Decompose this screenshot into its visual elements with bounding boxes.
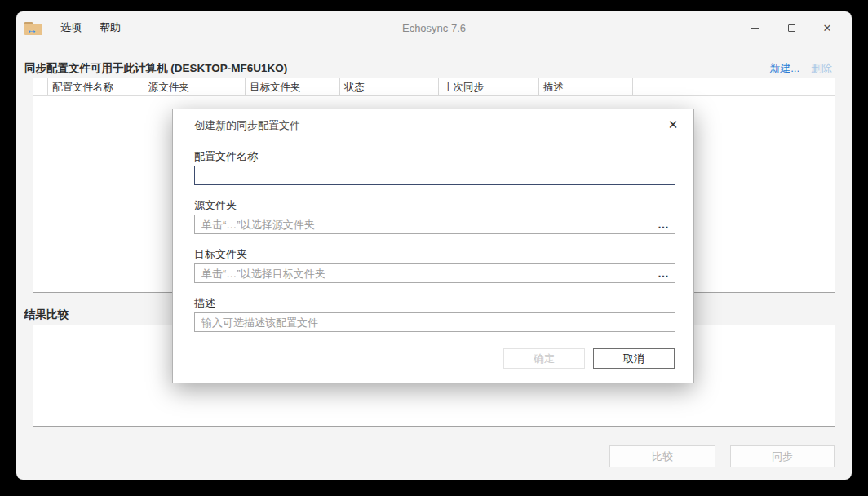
profiles-table-header: 配置文件名称 源文件夹 目标文件夹 状态 上次同步 描述 — [33, 78, 835, 96]
column-description[interactable]: 描述 — [539, 78, 633, 95]
column-target-folder[interactable]: 目标文件夹 — [246, 78, 340, 95]
close-icon: ✕ — [823, 22, 832, 34]
close-button[interactable]: ✕ — [809, 16, 845, 40]
profiles-header-title: 同步配置文件可用于此计算机 (DESKTOP-MF6U1KO) — [24, 61, 287, 76]
profiles-header: 同步配置文件可用于此计算机 (DESKTOP-MF6U1KO) 新建... 删除 — [24, 61, 835, 76]
window-title: Echosync 7.6 — [16, 22, 852, 34]
source-folder-label: 源文件夹 — [194, 198, 237, 213]
dialog-close-button[interactable]: ✕ — [664, 116, 682, 134]
dialog-close-icon: ✕ — [668, 117, 679, 132]
profile-name-field-wrap — [194, 166, 675, 185]
maximize-icon — [788, 24, 795, 32]
column-select[interactable] — [33, 78, 48, 95]
title-bar: ↔ 选项 帮助 Echosync 7.6 ✕ — [16, 11, 852, 44]
column-source-folder[interactable]: 源文件夹 — [144, 78, 246, 95]
target-folder-field-wrap: … — [194, 264, 675, 283]
menu-bar: 选项 帮助 — [55, 18, 126, 38]
cancel-button[interactable]: 取消 — [593, 348, 675, 369]
description-label: 描述 — [194, 296, 215, 311]
profile-name-label: 配置文件名称 — [194, 149, 258, 164]
delete-profile-link[interactable]: 删除 — [811, 61, 832, 76]
minimize-icon — [751, 28, 760, 29]
ok-button[interactable]: 确定 — [503, 348, 585, 369]
new-profile-link[interactable]: 新建... — [769, 61, 799, 76]
sync-arrow-icon: ↔ — [26, 23, 38, 36]
column-status[interactable]: 状态 — [340, 78, 439, 95]
target-browse-button[interactable]: … — [658, 264, 670, 283]
description-input[interactable] — [194, 312, 675, 332]
dialog-title: 创建新的同步配置文件 — [194, 118, 300, 133]
source-folder-field-wrap: … — [194, 215, 675, 234]
profile-name-input[interactable] — [194, 166, 675, 185]
dialog-buttons: 确定 取消 — [503, 348, 675, 369]
column-profile-name[interactable]: 配置文件名称 — [48, 78, 144, 95]
target-folder-label: 目标文件夹 — [194, 247, 247, 262]
sync-button[interactable]: 同步 — [730, 445, 835, 467]
app-sync-folder-icon: ↔ — [24, 22, 42, 36]
profile-actions: 新建... 删除 — [769, 61, 835, 76]
results-section-title: 结果比较 — [24, 308, 69, 322]
column-empty — [633, 78, 835, 95]
description-field-wrap — [194, 312, 675, 332]
action-buttons: 比较 同步 — [609, 445, 835, 467]
menu-options[interactable]: 选项 — [55, 18, 87, 38]
create-profile-dialog: 创建新的同步配置文件 ✕ 配置文件名称 源文件夹 … 目标文件夹 … 描述 确定… — [172, 108, 694, 383]
column-last-sync[interactable]: 上次同步 — [439, 78, 539, 95]
menu-help[interactable]: 帮助 — [94, 18, 126, 38]
source-folder-input[interactable] — [194, 215, 675, 234]
ellipsis-icon: … — [658, 218, 670, 231]
compare-button[interactable]: 比较 — [609, 445, 715, 467]
target-folder-input[interactable] — [194, 264, 675, 283]
maximize-button[interactable] — [773, 16, 809, 40]
source-browse-button[interactable]: … — [658, 215, 670, 234]
ellipsis-icon: … — [658, 267, 670, 280]
window-controls: ✕ — [737, 16, 845, 40]
minimize-button[interactable] — [737, 16, 773, 40]
